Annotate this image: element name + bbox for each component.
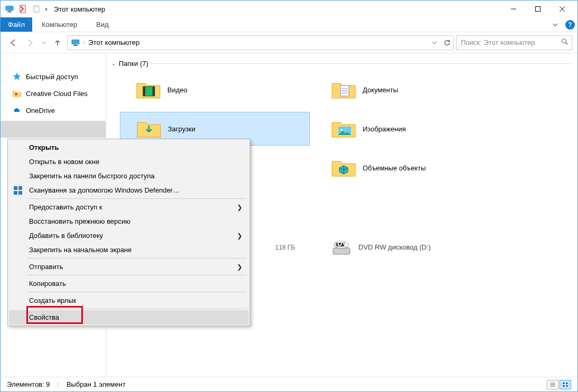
view-details-button[interactable] xyxy=(547,380,558,389)
svg-point-13 xyxy=(562,39,566,43)
refresh-button[interactable] xyxy=(440,36,453,50)
svg-rect-7 xyxy=(536,7,541,12)
computer-icon xyxy=(71,39,80,46)
ctx-restore-previous[interactable]: Восстановить прежнюю версию xyxy=(9,214,249,228)
window-controls xyxy=(501,1,574,17)
search-input[interactable] xyxy=(461,39,567,46)
nav-creative-cloud[interactable]: Creative Cloud Files xyxy=(1,85,106,102)
svg-rect-33 xyxy=(563,383,565,384)
nav-onedrive[interactable]: OneDrive xyxy=(1,102,106,119)
svg-rect-11 xyxy=(74,44,77,45)
folder-label: Объемные объекты xyxy=(363,164,426,172)
ctx-pin-quick-access[interactable]: Закрепить на панели быстрого доступа xyxy=(9,169,249,183)
file-menu[interactable]: Файл xyxy=(1,17,32,32)
svg-line-14 xyxy=(566,43,568,45)
folder-icon xyxy=(136,79,161,100)
ctx-give-access[interactable]: Предоставить доступ к❯ xyxy=(9,200,249,214)
up-button[interactable] xyxy=(50,35,65,50)
nav-this-pc[interactable] xyxy=(1,121,106,138)
submenu-arrow-icon: ❯ xyxy=(237,232,242,240)
search-icon[interactable] xyxy=(561,38,568,47)
close-button[interactable] xyxy=(550,1,574,17)
folder-pictures[interactable]: Изображения xyxy=(315,112,505,146)
status-item-count: Элементов: 9 xyxy=(7,380,50,388)
group-collapse-icon[interactable]: ⌄ xyxy=(111,61,116,66)
breadcrumb-location[interactable]: Этот компьютер xyxy=(88,39,139,46)
help-icon: ? xyxy=(565,20,575,30)
nav-label: OneDrive xyxy=(26,107,55,114)
minimize-button[interactable] xyxy=(501,1,526,17)
submenu-arrow-icon: ❯ xyxy=(237,263,242,271)
drive-freespace: 118 ГБ xyxy=(275,244,295,251)
ctx-separator xyxy=(27,292,247,292)
recent-locations-button[interactable] xyxy=(40,35,48,50)
ctx-open-new-window[interactable]: Открыть в новом окне xyxy=(9,155,249,169)
svg-rect-37 xyxy=(14,186,17,190)
menu-computer[interactable]: Компьютер xyxy=(32,17,87,32)
svg-rect-0 xyxy=(6,6,13,10)
ctx-create-shortcut[interactable]: Создать ярлык xyxy=(9,293,249,308)
folder-icon xyxy=(331,118,356,139)
ctx-scan-defender[interactable]: Сканування за допомогою Windows Defender… xyxy=(9,183,249,197)
window-title: Этот компьютер xyxy=(54,5,105,13)
onedrive-icon xyxy=(12,106,22,115)
address-bar[interactable]: › Этот компьютер xyxy=(67,35,454,50)
status-selection: Выбран 1 элемент xyxy=(67,380,126,388)
ctx-separator xyxy=(27,258,247,259)
ribbon-collapse-toggle[interactable] xyxy=(548,17,563,32)
forward-button[interactable] xyxy=(23,35,37,50)
defender-icon xyxy=(13,186,23,195)
address-history-dropdown[interactable] xyxy=(429,36,440,50)
svg-rect-25 xyxy=(333,248,350,254)
context-menu: Открыть Открыть в новом окне Закрепить н… xyxy=(7,139,250,326)
ctx-label: Предоставить доступ к xyxy=(29,203,102,211)
search-box[interactable] xyxy=(456,35,572,50)
drive-dvd[interactable]: DVD DVD RW дисковод (D:) xyxy=(315,232,505,262)
svg-point-15 xyxy=(15,93,17,95)
menubar: Файл Компьютер Вид ? xyxy=(1,17,577,32)
ctx-separator xyxy=(27,309,247,309)
folder-videos[interactable]: Видео xyxy=(120,73,310,107)
app-icon[interactable] xyxy=(4,3,15,15)
drive-label: DVD RW дисковод (D:) xyxy=(358,243,431,251)
ctx-pin-start[interactable]: Закрепить на начальном экране xyxy=(9,243,249,257)
qat-dropdown-icon[interactable] xyxy=(31,3,43,15)
back-button[interactable] xyxy=(6,35,21,50)
svg-point-24 xyxy=(340,129,343,131)
svg-rect-38 xyxy=(18,186,22,190)
divider: | xyxy=(57,380,59,388)
svg-rect-1 xyxy=(8,11,11,12)
ctx-properties[interactable]: Свойства xyxy=(9,310,249,324)
ctx-send-to[interactable]: Отправить❯ xyxy=(9,260,249,274)
menu-view[interactable]: Вид xyxy=(87,17,118,32)
svg-rect-17 xyxy=(143,87,145,96)
group-folders-label: Папки (7) xyxy=(119,60,148,68)
view-tiles-button[interactable] xyxy=(560,380,571,389)
ctx-separator xyxy=(27,275,247,275)
folder-documents[interactable]: Документы xyxy=(315,73,505,107)
ctx-add-to-library[interactable]: Добавить в библиотеку❯ xyxy=(9,228,249,243)
qat-overflow[interactable]: ▾ xyxy=(45,6,48,12)
svg-rect-12 xyxy=(73,45,78,45)
address-row: › Этот компьютер xyxy=(1,32,577,53)
breadcrumb-chevron-icon[interactable]: › xyxy=(83,40,85,45)
svg-rect-40 xyxy=(18,191,22,195)
help-button[interactable]: ? xyxy=(563,17,577,32)
qat-properties-icon[interactable] xyxy=(17,3,29,15)
ctx-copy[interactable]: Копировать xyxy=(9,276,249,291)
folder-label: Загрузки xyxy=(168,125,195,133)
nav-label: Быстрый доступ xyxy=(26,73,78,81)
ctx-open[interactable]: Открыть xyxy=(9,140,249,155)
nav-quick-access[interactable]: Быстрый доступ xyxy=(1,68,106,85)
divider xyxy=(151,63,572,64)
folder-3d-objects[interactable]: Объемные объекты xyxy=(315,151,505,185)
folder-icon xyxy=(331,79,356,100)
ctx-label: Сканування за допомогою Windows Defender… xyxy=(29,186,179,194)
ctx-label: Отправить xyxy=(29,263,63,271)
ctx-label: Добавить в библиотеку xyxy=(29,232,103,240)
ctx-separator xyxy=(27,198,247,199)
svg-rect-5 xyxy=(34,6,39,7)
maximize-button[interactable] xyxy=(526,1,550,17)
nav-label: Creative Cloud Files xyxy=(26,90,88,98)
group-folders-header[interactable]: ⌄ Папки (7) xyxy=(111,60,572,68)
